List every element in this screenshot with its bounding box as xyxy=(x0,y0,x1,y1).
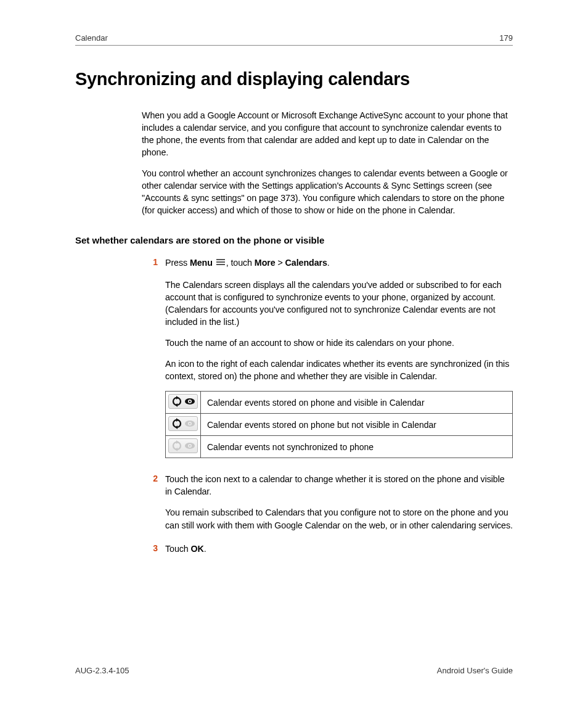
step-1-desc-2: Touch the name of an account to show or … xyxy=(165,337,513,349)
icon-cell xyxy=(166,392,201,414)
table-cell-desc: Calendar events not synchronized to phon… xyxy=(201,436,513,458)
header-page-number: 179 xyxy=(499,33,513,43)
page-footer: AUG-2.3.4-105 Android User's Guide xyxy=(75,666,513,675)
step-1-desc-1: The Calendars screen displays all the ca… xyxy=(165,279,513,328)
svg-point-12 xyxy=(189,423,191,425)
step-number-col: 3 xyxy=(142,543,165,560)
svg-marker-13 xyxy=(176,440,179,444)
step-2-line-2: You remain subscribed to Calendars that … xyxy=(165,506,513,531)
table-cell-desc: Calendar events stored on phone but not … xyxy=(201,414,513,436)
svg-marker-9 xyxy=(175,425,178,429)
text: Touch xyxy=(165,544,191,554)
text: , touch xyxy=(226,258,255,268)
step-3-line: Touch OK. xyxy=(165,543,513,555)
step-number-col: 2 xyxy=(142,473,165,536)
text: . xyxy=(327,258,330,268)
svg-marker-4 xyxy=(175,403,178,407)
svg-marker-3 xyxy=(176,396,179,400)
header-section: Calendar xyxy=(75,33,108,43)
text: Press xyxy=(165,258,190,268)
intro-paragraph-2: You control whether an account synchroni… xyxy=(142,167,513,216)
svg-marker-14 xyxy=(175,448,178,451)
svg-rect-1 xyxy=(216,261,225,263)
table-row: Calendar events stored on phone and visi… xyxy=(166,392,513,414)
intro-block: When you add a Google Account or Microso… xyxy=(142,109,513,216)
step-number: 2 xyxy=(153,474,158,483)
ok-label: OK xyxy=(191,544,204,554)
footer-left: AUG-2.3.4-105 xyxy=(75,666,129,675)
text: . xyxy=(204,544,206,554)
icon-cell xyxy=(166,436,201,458)
more-label: More xyxy=(255,258,276,268)
svg-point-17 xyxy=(189,445,191,447)
table-row: Calendar events not synchronized to phon… xyxy=(166,436,513,458)
step-2: 2 Touch the icon next to a calendar to c… xyxy=(142,473,513,536)
sync-visible-icon xyxy=(168,394,198,409)
step-number: 3 xyxy=(153,543,158,553)
separator: > xyxy=(276,258,285,268)
calendar-state-table: Calendar events stored on phone and visi… xyxy=(165,391,513,458)
step-1-desc-3: An icon to the right of each calendar in… xyxy=(165,358,513,382)
running-header: Calendar 179 xyxy=(75,33,513,46)
section-subhead: Set whether calendars are stored on the … xyxy=(75,235,513,245)
step-number-col: 1 xyxy=(142,257,165,467)
table-cell-desc: Calendar events stored on phone and visi… xyxy=(201,392,513,414)
intro-paragraph-1: When you add a Google Account or Microso… xyxy=(142,109,513,158)
step-body: Touch OK. xyxy=(165,543,513,560)
menu-icon xyxy=(216,257,225,269)
step-3: 3 Touch OK. xyxy=(142,543,513,560)
calendars-label: Calendars xyxy=(285,258,327,268)
svg-marker-8 xyxy=(176,418,179,422)
page-content: Calendar 179 Synchronizing and displayin… xyxy=(0,0,588,706)
steps-block: 1 Press Menu , touch More > Calendars. T… xyxy=(142,257,513,559)
step-number: 1 xyxy=(153,257,158,267)
step-body: Touch the icon next to a calendar to cha… xyxy=(165,473,513,536)
step-1: 1 Press Menu , touch More > Calendars. T… xyxy=(142,257,513,467)
svg-rect-0 xyxy=(216,259,225,260)
menu-label: Menu xyxy=(190,258,213,268)
table-row: Calendar events stored on phone but not … xyxy=(166,414,513,436)
footer-right: Android User's Guide xyxy=(437,666,513,675)
step-2-line-1: Touch the icon next to a calendar to cha… xyxy=(165,473,513,498)
step-body: Press Menu , touch More > Calendars. The… xyxy=(165,257,513,467)
not-synced-icon xyxy=(168,438,198,453)
sync-hidden-icon xyxy=(168,416,198,431)
svg-rect-2 xyxy=(216,264,225,265)
icon-cell xyxy=(166,414,201,436)
svg-point-7 xyxy=(189,401,191,403)
page-title: Synchronizing and displaying calendars xyxy=(75,69,513,89)
step-1-line: Press Menu , touch More > Calendars. xyxy=(165,257,513,270)
